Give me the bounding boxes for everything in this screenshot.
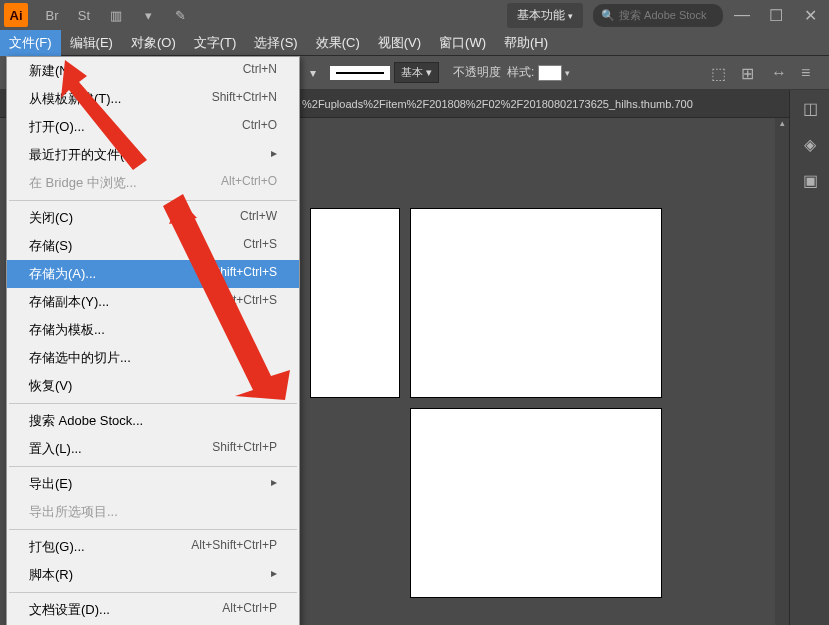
menu-item-shortcut: Ctrl+N <box>243 62 277 80</box>
style-swatch[interactable] <box>538 65 562 81</box>
menu-item-label: 导出所选项目... <box>29 503 118 521</box>
file-menu-item-12[interactable]: 恢复(V)F12 <box>7 372 299 400</box>
doc-setup-icon[interactable]: ⬚ <box>711 64 729 82</box>
menu-item-label: 存储为(A)... <box>29 265 96 283</box>
menu-window[interactable]: 窗口(W) <box>430 30 495 56</box>
app-logo: Ai <box>4 3 28 27</box>
menu-item-label: 打开(O)... <box>29 118 85 136</box>
menu-type[interactable]: 文字(T) <box>185 30 246 56</box>
file-menu-item-20[interactable]: 打包(G)...Alt+Shift+Ctrl+P <box>7 533 299 561</box>
arrange-icon[interactable]: ▥ <box>104 4 128 26</box>
menu-separator <box>9 529 297 530</box>
menu-item-label: 置入(L)... <box>29 440 82 458</box>
file-menu-item-23[interactable]: 文档设置(D)...Alt+Ctrl+P <box>7 596 299 624</box>
file-menu-item-2[interactable]: 打开(O)...Ctrl+O <box>7 113 299 141</box>
menu-item-label: 脚本(R) <box>29 566 73 584</box>
maximize-button[interactable]: ☐ <box>761 3 791 27</box>
stock-icon[interactable]: St <box>72 4 96 26</box>
menu-edit[interactable]: 编辑(E) <box>61 30 122 56</box>
properties-panel-icon[interactable]: ◫ <box>790 90 829 126</box>
right-panel-dock: ◫ ◈ ▣ <box>789 90 829 625</box>
menu-item-shortcut: ▸ <box>271 566 277 584</box>
document-tab-text: %2Fuploads%2Fitem%2F201808%2F02%2F201808… <box>302 98 693 110</box>
menu-item-label: 新建(N)... <box>29 62 84 80</box>
menu-separator <box>9 403 297 404</box>
close-button[interactable]: ✕ <box>795 3 825 27</box>
transform-icon[interactable]: ↔ <box>771 64 789 82</box>
menu-item-shortcut: ▸ <box>271 146 277 164</box>
layers-panel-icon[interactable]: ◈ <box>790 126 829 162</box>
menu-view[interactable]: 视图(V) <box>369 30 430 56</box>
file-menu-item-8[interactable]: 存储为(A)...Shift+Ctrl+S <box>7 260 299 288</box>
menu-item-label: 最近打开的文件(F) <box>29 146 137 164</box>
file-menu-item-15[interactable]: 置入(L)...Shift+Ctrl+P <box>7 435 299 463</box>
prefs-icon[interactable]: ≡ <box>801 64 819 82</box>
align-icon[interactable]: ⊞ <box>741 64 759 82</box>
file-menu-item-21[interactable]: 脚本(R)▸ <box>7 561 299 589</box>
menu-item-label: 打包(G)... <box>29 538 85 556</box>
file-menu-item-18: 导出所选项目... <box>7 498 299 526</box>
chevron-down-icon: ▾ <box>568 11 573 21</box>
menu-item-shortcut: ▸ <box>271 475 277 493</box>
menu-select[interactable]: 选择(S) <box>245 30 306 56</box>
file-menu-item-9[interactable]: 存储副本(Y)...Alt+Ctrl+S <box>7 288 299 316</box>
file-menu-item-6[interactable]: 关闭(C)Ctrl+W <box>7 204 299 232</box>
scroll-up-icon[interactable]: ▴ <box>775 118 789 132</box>
titlebar: Ai Br St ▥ ▾ ✎ 基本功能▾ 🔍搜索 Adobe Stock — ☐… <box>0 0 829 30</box>
menu-item-shortcut: Alt+Shift+Ctrl+P <box>191 538 277 556</box>
artboard-1[interactable] <box>310 208 400 398</box>
menu-item-shortcut: F12 <box>256 377 277 395</box>
file-menu-item-14[interactable]: 搜索 Adobe Stock... <box>7 407 299 435</box>
feather-icon[interactable]: ✎ <box>168 4 192 26</box>
menu-item-label: 关闭(C) <box>29 209 73 227</box>
menu-item-shortcut: Ctrl+O <box>242 118 277 136</box>
file-menu-item-10[interactable]: 存储为模板... <box>7 316 299 344</box>
file-menu-item-11[interactable]: 存储选中的切片... <box>7 344 299 372</box>
vertical-scrollbar[interactable]: ▴ <box>775 118 789 625</box>
menu-item-shortcut: Shift+Ctrl+S <box>212 265 277 283</box>
menubar: 文件(F) 编辑(E) 对象(O) 文字(T) 选择(S) 效果(C) 视图(V… <box>0 30 829 56</box>
opacity-label: 不透明度 <box>453 64 501 81</box>
file-menu-item-7[interactable]: 存储(S)Ctrl+S <box>7 232 299 260</box>
file-menu-dropdown: 新建(N)...Ctrl+N从模板新建(T)...Shift+Ctrl+N打开(… <box>6 56 300 625</box>
menu-item-shortcut: Shift+Ctrl+N <box>212 90 277 108</box>
menu-item-label: 恢复(V) <box>29 377 72 395</box>
file-menu-item-4: 在 Bridge 中浏览...Alt+Ctrl+O <box>7 169 299 197</box>
menu-object[interactable]: 对象(O) <box>122 30 185 56</box>
menu-item-label: 存储选中的切片... <box>29 349 131 367</box>
menu-item-label: 存储(S) <box>29 237 72 255</box>
menu-effect[interactable]: 效果(C) <box>307 30 369 56</box>
menu-item-label: 文档设置(D)... <box>29 601 110 619</box>
menu-item-label: 存储为模板... <box>29 321 105 339</box>
menu-item-shortcut: Alt+Ctrl+P <box>222 601 277 619</box>
stroke-preview[interactable] <box>330 66 390 80</box>
menu-item-label: 从模板新建(T)... <box>29 90 121 108</box>
menu-separator <box>9 466 297 467</box>
bridge-icon[interactable]: Br <box>40 4 64 26</box>
menu-file[interactable]: 文件(F) <box>0 30 61 56</box>
file-menu-item-0[interactable]: 新建(N)...Ctrl+N <box>7 57 299 85</box>
menu-item-shortcut: Ctrl+S <box>243 237 277 255</box>
menu-help[interactable]: 帮助(H) <box>495 30 557 56</box>
file-menu-item-1[interactable]: 从模板新建(T)...Shift+Ctrl+N <box>7 85 299 113</box>
chevron-down-icon[interactable]: ▾ <box>136 4 160 26</box>
artboard-2[interactable] <box>410 208 662 398</box>
minimize-button[interactable]: — <box>727 3 757 27</box>
stroke-style-dropdown[interactable]: 基本 ▾ <box>394 62 439 83</box>
workspace-switcher[interactable]: 基本功能▾ <box>507 3 583 28</box>
menu-item-label: 导出(E) <box>29 475 72 493</box>
chevron-down-icon[interactable]: ▾ <box>310 66 316 80</box>
chevron-down-icon[interactable]: ▾ <box>565 68 570 78</box>
file-menu-item-3[interactable]: 最近打开的文件(F)▸ <box>7 141 299 169</box>
menu-item-label: 存储副本(Y)... <box>29 293 109 311</box>
menu-item-shortcut: Alt+Ctrl+O <box>221 174 277 192</box>
style-label: 样式: <box>507 64 534 81</box>
menu-separator <box>9 200 297 201</box>
file-menu-item-17[interactable]: 导出(E)▸ <box>7 470 299 498</box>
search-stock-input[interactable]: 🔍搜索 Adobe Stock <box>593 4 723 27</box>
menu-item-shortcut: Ctrl+W <box>240 209 277 227</box>
artboard-3[interactable] <box>410 408 662 598</box>
menu-item-shortcut: Alt+Ctrl+S <box>222 293 277 311</box>
menu-item-label: 在 Bridge 中浏览... <box>29 174 137 192</box>
libraries-panel-icon[interactable]: ▣ <box>790 162 829 198</box>
